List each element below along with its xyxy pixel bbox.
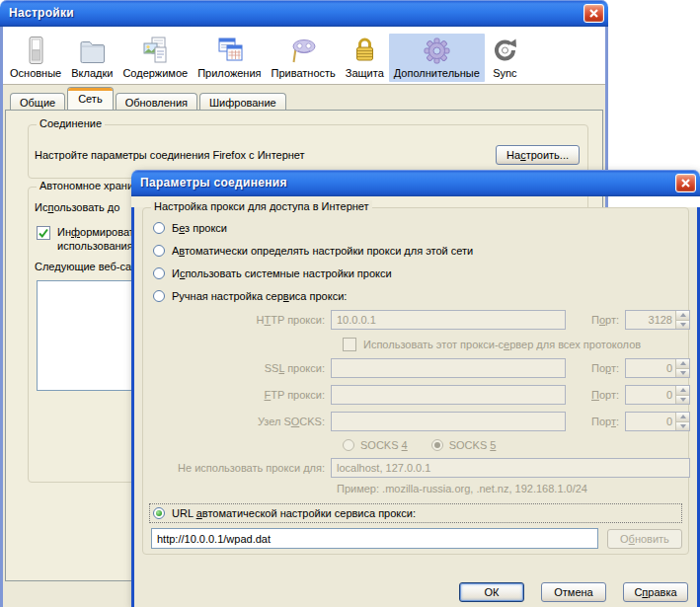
tab-label: Обновления [125, 97, 188, 109]
close-icon [588, 8, 599, 19]
mask-icon [288, 36, 319, 65]
inform-checkbox[interactable] [37, 226, 50, 240]
cancel-button[interactable]: Отмена [541, 582, 606, 602]
dialog-title: Параметры соединения [131, 170, 700, 196]
socks-port-input[interactable] [626, 413, 675, 430]
folder-icon [77, 36, 108, 65]
reload-button[interactable]: Обновить [607, 529, 682, 549]
checkmark-icon [38, 227, 49, 239]
arrow-up-icon [680, 415, 686, 418]
no-proxy-label: Без прокси [172, 222, 227, 234]
toolbar-item-label: Основные [10, 67, 61, 79]
settings-titlebar[interactable]: Настройки [0, 0, 608, 27]
toolbar-item-label: Приватность [272, 67, 336, 79]
spin-up-button[interactable] [676, 359, 689, 368]
spin-up-button[interactable] [676, 413, 689, 421]
switch-icon [21, 36, 51, 65]
system-proxy-radio[interactable] [153, 267, 165, 279]
connection-group-title: Соединение [37, 117, 105, 129]
no-proxy-radio[interactable] [153, 222, 165, 234]
http-port-input[interactable] [626, 311, 675, 329]
all-protocols-row[interactable]: Использовать этот прокси-сервер для всех… [343, 337, 682, 351]
manual-proxy-radio[interactable] [153, 290, 165, 302]
toolbar-item-advanced[interactable]: Дополнительные [389, 34, 485, 82]
radio-row-no-proxy[interactable]: Без прокси [153, 221, 682, 235]
configure-connection-button[interactable]: Настроить... [496, 145, 580, 165]
all-protocols-checkbox[interactable] [343, 338, 356, 351]
radio-row-auto-detect[interactable]: Автоматически определять настройки прокс… [153, 244, 682, 258]
socks5-radio[interactable] [431, 439, 443, 451]
dialog-body: Настройка прокси для доступа в Интернет … [131, 207, 700, 607]
toolbar-item-general[interactable]: Основные [5, 34, 66, 82]
toolbar-item-label: Sync [493, 67, 516, 79]
spin-up-button[interactable] [676, 386, 689, 395]
socks-host-row: Узел SOCKS: Порт: [153, 412, 682, 431]
help-button[interactable]: Справка [623, 582, 688, 602]
close-button[interactable] [583, 4, 604, 23]
auto-config-url-radio[interactable] [153, 507, 165, 519]
socks4-option[interactable]: SOCKS 4 [343, 439, 408, 451]
http-port-label: Порт: [572, 314, 619, 326]
ftp-port-spinner [675, 386, 689, 404]
spin-down-button[interactable] [676, 368, 689, 378]
radio-row-manual-proxy[interactable]: Ручная настройка сервиса прокси: [153, 289, 682, 303]
ok-button[interactable]: ОК [459, 582, 524, 602]
toolbar-item-privacy[interactable]: Приватность [267, 34, 341, 82]
proxy-config-group: Настройка прокси для доступа в Интернет … [142, 207, 689, 555]
spin-down-button[interactable] [676, 421, 689, 431]
spin-down-button[interactable] [676, 320, 689, 330]
tab-network[interactable]: Сеть [67, 87, 113, 110]
ssl-proxy-row: SSL прокси: Порт: [153, 358, 682, 378]
toolbar-item-applications[interactable]: Приложения [193, 34, 266, 82]
dialog-close-button[interactable] [675, 174, 696, 192]
spin-down-button[interactable] [676, 395, 689, 405]
ftp-proxy-input[interactable] [331, 385, 566, 405]
socks5-option[interactable]: SOCKS 5 [431, 439, 497, 451]
toolbar-item-label: Содержимое [122, 67, 188, 79]
socks-port-label: Порт: [572, 416, 619, 427]
no-proxy-example: Пример: .mozilla-russia.org, .net.nz, 19… [337, 483, 682, 494]
auto-detect-radio[interactable] [153, 245, 165, 257]
no-proxy-for-input[interactable] [331, 458, 690, 478]
toolbar-item-tabs[interactable]: Вкладки [66, 34, 117, 82]
socks-host-input[interactable] [331, 412, 566, 431]
socks-version-row: SOCKS 4 SOCKS 5 [343, 439, 682, 451]
arrow-down-icon [680, 371, 686, 375]
settings-toolbar: Основные Вкладки Соде [3, 27, 605, 85]
connection-settings-dialog: Параметры соединения Настройка прокси дл… [131, 170, 700, 607]
ftp-port-input[interactable] [626, 386, 675, 404]
offline-group-title: Автономное хранил [37, 180, 142, 191]
close-icon [680, 178, 691, 189]
socks4-radio[interactable] [343, 439, 354, 451]
http-proxy-input[interactable] [331, 310, 566, 330]
toolbar-item-sync[interactable]: Sync [485, 34, 525, 82]
http-proxy-row: HTTP прокси: Порт: [153, 310, 682, 330]
no-proxy-for-label: Не использовать прокси для: [153, 462, 325, 474]
tab-label: Шифрование [209, 97, 276, 109]
dialog-buttons: ОК Отмена Справка [459, 582, 688, 602]
radio-row-system-proxy[interactable]: Использовать системные настройки прокси [153, 266, 682, 280]
ssl-proxy-input[interactable] [331, 358, 566, 378]
ssl-port-spinner [675, 359, 689, 377]
desktop: { "colors": { "titlebar_blue": "#2e79ea"… [0, 0, 700, 607]
auto-config-url-input[interactable] [151, 528, 598, 549]
ssl-port-label: Порт: [572, 362, 619, 374]
manual-proxy-label: Ручная настройка сервиса прокси: [172, 290, 347, 302]
auto-config-url-row[interactable]: URL автоматической настройки сервиса про… [149, 503, 682, 523]
dialog-titlebar[interactable]: Параметры соединения [131, 170, 700, 196]
tab-label: Общие [20, 97, 55, 109]
system-proxy-label: Использовать системные настройки прокси [172, 267, 392, 279]
sync-icon [490, 36, 520, 65]
ssl-port-input[interactable] [626, 359, 675, 377]
toolbar-item-content[interactable]: Содержимое [117, 34, 193, 82]
radio-dot [434, 442, 440, 448]
inform-label-line2: использования [57, 240, 133, 252]
ftp-port-field [625, 385, 690, 405]
toolbar-item-security[interactable]: Защита [341, 34, 389, 82]
ftp-proxy-label: FTP прокси: [153, 389, 325, 401]
inform-label-line1: Информироват [57, 226, 134, 238]
spin-up-button[interactable] [676, 311, 689, 320]
ssl-port-field [625, 358, 690, 378]
tab-label: Сеть [78, 93, 102, 105]
socks4-label: SOCKS 4 [360, 439, 408, 451]
